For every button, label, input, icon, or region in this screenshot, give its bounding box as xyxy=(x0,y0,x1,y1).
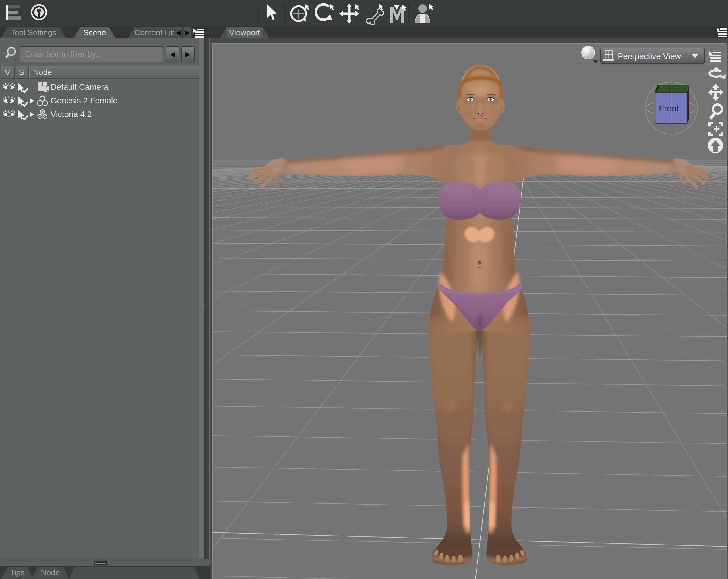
svg-text:Perspective View: Perspective View xyxy=(618,52,681,61)
svg-text:Front: Front xyxy=(659,104,679,113)
svg-text:Z: Z xyxy=(663,114,668,123)
svg-text:Z: Z xyxy=(662,93,667,102)
